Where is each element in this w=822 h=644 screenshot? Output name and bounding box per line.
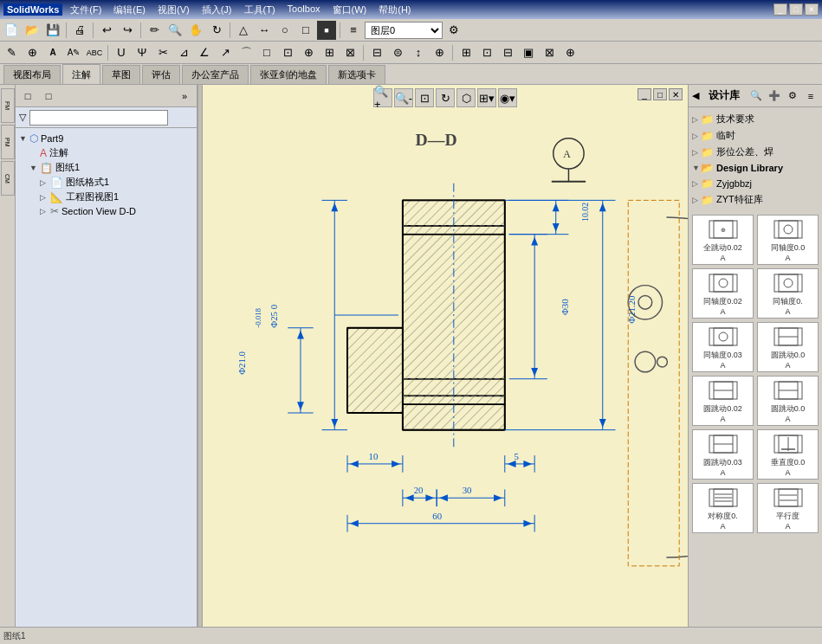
menu-window[interactable]: 窗口(W): [330, 3, 370, 17]
property-manager-btn[interactable]: PM: [1, 125, 15, 159]
menu-tools[interactable]: 工具(T): [242, 3, 278, 17]
tb2-btn21[interactable]: ⊕: [430, 43, 449, 62]
sym-yuantiaodong-001[interactable]: 圆跳动0.0A: [757, 322, 819, 372]
panel-btn1[interactable]: □: [19, 87, 36, 105]
tb2-btn27[interactable]: ⊕: [560, 43, 579, 62]
zoom-in-btn[interactable]: 🔍+: [373, 88, 392, 107]
collapse-left-icon[interactable]: ◀: [692, 90, 699, 101]
tb2-btn18[interactable]: ⊟: [367, 43, 386, 62]
tree-item-sheetformat[interactable]: ▷ 📄 图纸格式1: [40, 175, 193, 190]
new-btn[interactable]: 📄: [2, 21, 21, 40]
dl-item-temp[interactable]: ▷ 📁 临时: [692, 127, 819, 144]
tb2-btn23[interactable]: ⊡: [477, 43, 496, 62]
select-btn[interactable]: ✏: [145, 21, 164, 40]
sym-tongzhoudu-003[interactable]: 同轴度0.A: [757, 268, 819, 319]
tab-view-layout[interactable]: 视图布局: [3, 65, 61, 84]
menu-edit[interactable]: 编辑(E): [111, 3, 148, 17]
tb2-btn24[interactable]: ⊟: [498, 43, 517, 62]
view3d-btn[interactable]: ⬡: [456, 88, 476, 107]
rotate-btn[interactable]: ↻: [207, 21, 226, 40]
tree-item-drawingview[interactable]: ▷ 📐 工程图视图1: [40, 190, 193, 204]
dim-btn[interactable]: ↔: [255, 21, 274, 40]
tb2-btn14[interactable]: ⊡: [278, 43, 297, 62]
tb2-btn26[interactable]: ⊠: [540, 43, 559, 62]
tab-new[interactable]: 新选项卡: [328, 65, 385, 84]
menu-insert[interactable]: 插入(J): [199, 3, 235, 17]
filter-input[interactable]: [29, 110, 168, 126]
sym-pinxingdu-001[interactable]: 平行度A: [757, 483, 819, 533]
layer-props-btn[interactable]: ⚙: [444, 21, 463, 40]
tb2-btn2[interactable]: ⊕: [23, 43, 42, 62]
tb2-btn25[interactable]: ▣: [519, 43, 538, 62]
tb2-btn22[interactable]: ⊞: [456, 43, 476, 62]
tree-item-part9[interactable]: ▼ ⬡ Part9: [19, 132, 193, 145]
tab-sketch[interactable]: 草图: [102, 65, 140, 84]
panel-btn2[interactable]: □: [40, 87, 57, 105]
tab-evaluate[interactable]: 评估: [142, 65, 180, 84]
layer-select[interactable]: 图层0: [365, 22, 443, 39]
rp-add-btn[interactable]: ➕: [767, 88, 782, 104]
tb2-btn20[interactable]: ↕: [409, 43, 428, 62]
tb2-btn10[interactable]: ∠: [195, 43, 214, 62]
zoom-btn[interactable]: 🔍: [165, 21, 184, 40]
config-manager-btn[interactable]: CM: [1, 161, 15, 196]
sym-tongzhoudu-004[interactable]: 同轴度0.03A: [692, 322, 754, 372]
feature-manager-btn[interactable]: FM: [1, 88, 15, 123]
tb2-btn3[interactable]: A: [43, 43, 62, 62]
sketch-btn[interactable]: △: [234, 21, 253, 40]
rect-btn[interactable]: □: [296, 21, 315, 40]
dl-item-gdt[interactable]: ▷ 📁 形位公差、焊: [692, 144, 819, 160]
tb2-btn6[interactable]: U: [112, 43, 131, 62]
tb2-btn16[interactable]: ⊞: [320, 43, 339, 62]
open-btn[interactable]: 📂: [23, 21, 42, 40]
sym-yuantiaodong-003[interactable]: 圆跳动0.0A: [757, 376, 819, 426]
print-btn[interactable]: 🖨: [70, 21, 89, 40]
tb2-btn11[interactable]: ↗: [216, 43, 235, 62]
tb2-btn1[interactable]: ✎: [2, 43, 21, 62]
tb2-btn17[interactable]: ⊠: [340, 43, 359, 62]
zoom-out-btn[interactable]: 🔍-: [394, 88, 413, 107]
tb2-btn19[interactable]: ⊜: [388, 43, 407, 62]
menu-file[interactable]: 文件(F): [68, 3, 104, 17]
sym-yuantiaodong-004[interactable]: 圆跳动0.03A: [692, 429, 754, 480]
circle-btn[interactable]: ○: [275, 21, 294, 40]
tree-item-sheet1[interactable]: ▼ 📋 图纸1: [29, 160, 193, 175]
sym-duichendu-001[interactable]: 对称度0.A: [692, 483, 754, 533]
maximize-btn[interactable]: □: [789, 3, 803, 16]
tb2-btn9[interactable]: ⊿: [174, 43, 193, 62]
tree-item-annotation[interactable]: A 注解: [29, 145, 193, 160]
redo-btn[interactable]: ↪: [118, 21, 137, 40]
tb2-btn15[interactable]: ⊕: [299, 43, 318, 62]
menu-toolbox[interactable]: Toolbox: [285, 3, 323, 17]
dl-item-tecreq[interactable]: ▷ 📁 技术要求: [692, 111, 819, 127]
tb2-btn13[interactable]: □: [257, 43, 276, 62]
zoom-fit-btn[interactable]: ⊡: [415, 88, 434, 107]
tb2-btn7[interactable]: Ψ: [133, 43, 152, 62]
sym-chuizhidu-001[interactable]: 垂直度0.0A: [757, 429, 819, 480]
menu-help[interactable]: 帮助(H): [376, 3, 413, 17]
undo-btn[interactable]: ↩: [97, 21, 116, 40]
pan-btn[interactable]: ✋: [186, 21, 205, 40]
tree-item-section[interactable]: ▷ ✂ Section View D-D: [40, 204, 193, 218]
dl-item-zyt[interactable]: ▷ 📁 ZYT特征库: [692, 191, 819, 208]
minimize-btn[interactable]: _: [773, 3, 787, 16]
sym-tongzhoudu-002[interactable]: 同轴度0.02A: [692, 268, 754, 319]
sym-tonzhoudu-001[interactable]: 同轴度0.0A: [757, 215, 819, 265]
rotate-view-btn[interactable]: ↻: [436, 88, 455, 107]
fill-btn[interactable]: ■: [317, 21, 336, 40]
tb2-btn5[interactable]: ABC: [85, 43, 104, 62]
save-btn[interactable]: 💾: [43, 21, 62, 40]
panel-collapse[interactable]: »: [176, 87, 193, 105]
tab-annotation[interactable]: 注解: [62, 64, 100, 84]
menu-view[interactable]: 视图(V): [155, 3, 192, 17]
sym-quantiaodong-002[interactable]: ⊕ 全跳动0.02A: [692, 215, 754, 265]
rp-search-btn[interactable]: 🔍: [748, 88, 764, 104]
tab-user[interactable]: 张亚剑的地盘: [250, 65, 327, 84]
dl-item-designlib[interactable]: ▼ 📂 Design Library: [692, 160, 819, 176]
sym-yuantiaodong-002[interactable]: 圆跳动0.02A: [692, 376, 754, 426]
close-btn[interactable]: ✕: [805, 3, 819, 16]
view-options-btn[interactable]: ⊞▾: [477, 88, 496, 107]
rp-more-btn[interactable]: ≡: [803, 88, 819, 104]
tb2-btn8[interactable]: ✂: [153, 43, 172, 62]
display-btn[interactable]: ◉▾: [498, 88, 517, 107]
